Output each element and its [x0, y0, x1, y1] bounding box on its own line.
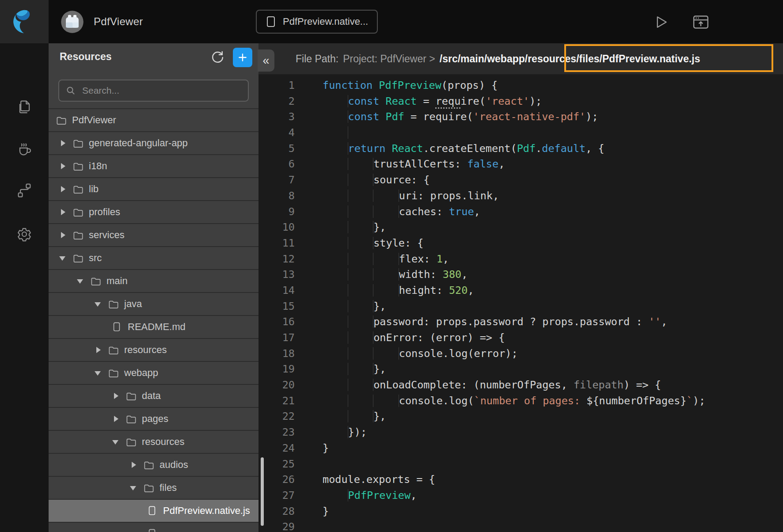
java-services-coffee-icon[interactable] — [15, 140, 33, 157]
run-play-button[interactable] — [650, 11, 672, 33]
code-line[interactable]: 25 — [258, 456, 783, 472]
tree-item-resources[interactable]: resources — [49, 339, 258, 362]
chevron-right-icon[interactable] — [59, 231, 67, 239]
add-resource-button[interactable] — [233, 48, 252, 67]
code-line[interactable]: 16 password: props.password ? props.pass… — [258, 314, 783, 330]
tree-item-resources[interactable]: resources — [49, 431, 258, 454]
code-line[interactable]: 27 PdfPreview, — [258, 488, 783, 504]
tree-item-readme-md[interactable]: README.md — [49, 316, 258, 339]
settings-gear-icon[interactable] — [15, 225, 33, 243]
chevron-right-icon[interactable] — [59, 162, 67, 170]
line-number: 13 — [258, 267, 295, 283]
chevron-right-icon[interactable] — [59, 208, 67, 216]
tree-item-java[interactable]: java — [49, 293, 258, 316]
code-line[interactable]: 5 return React.createElement(Pdf.default… — [258, 141, 783, 157]
chevron-right-icon[interactable] — [112, 392, 120, 400]
code-line[interactable]: 20 onLoadComplete: (numberOfPages, filep… — [258, 377, 783, 393]
chevron-down-icon[interactable] — [112, 438, 120, 446]
code-line[interactable]: 1function PdfPreview(props) { — [258, 78, 783, 94]
indent-guide — [323, 410, 348, 422]
tree-item-lib[interactable]: lib — [49, 178, 258, 201]
code-line[interactable]: 23 }); — [258, 425, 783, 441]
folder-icon — [73, 230, 84, 240]
scrollbar-thumb[interactable] — [261, 457, 264, 526]
code-line[interactable]: 12 flex: 1, — [258, 251, 783, 267]
publish-button[interactable] — [690, 11, 711, 33]
chevron-down-icon[interactable] — [94, 300, 102, 308]
indent-guide — [348, 284, 374, 296]
code-line[interactable]: 24} — [258, 441, 783, 456]
code-line[interactable]: 15 }, — [258, 299, 783, 315]
code-token: '' — [649, 315, 661, 328]
code-line[interactable]: 14 height: 520, — [258, 283, 783, 299]
folder-icon — [108, 299, 119, 309]
code-line[interactable]: 13 width: 380, — [258, 267, 783, 283]
search-box — [58, 80, 249, 102]
code-line[interactable]: 6 trustAllCerts: false, — [258, 156, 783, 172]
line-number: 6 — [258, 156, 295, 172]
resources-panel: Resources PdfViewergenerated-angular-app… — [49, 43, 258, 532]
code-lines[interactable]: 1function PdfPreview(props) {2 const Rea… — [258, 74, 783, 532]
collapse-panel-button[interactable]: « — [258, 49, 274, 72]
code-line[interactable]: 22 }, — [258, 409, 783, 425]
code-line[interactable]: 17 onError: (error) => { — [258, 330, 783, 346]
tree-item-pages[interactable]: pages — [49, 408, 258, 431]
code-editor: File Path: Project: PdfViewer > /src/mai… — [258, 43, 783, 532]
code-token: requ — [436, 95, 461, 107]
tree-item-services[interactable]: services — [49, 224, 258, 247]
indent-guide — [348, 379, 374, 391]
code-line[interactable]: 21 console.log(`number of pages: ${numbe… — [258, 393, 783, 409]
chevron-down-icon[interactable] — [59, 254, 67, 262]
code-token: Pdf — [517, 142, 536, 155]
code-token: , — [498, 158, 505, 170]
chevron-down-icon[interactable] — [129, 484, 137, 492]
pages-icon[interactable] — [15, 99, 33, 116]
apis-flow-icon[interactable] — [15, 182, 33, 199]
code-line[interactable]: 8 uri: props.link, — [258, 188, 783, 204]
tree-item-i18n[interactable]: i18n — [49, 155, 258, 178]
file-icon — [147, 528, 158, 532]
tree-item-pdfviewer[interactable]: PdfViewer — [49, 109, 258, 132]
refresh-button[interactable] — [209, 49, 226, 66]
code-token: } — [323, 505, 329, 517]
code-line[interactable]: 18 console.log(error); — [258, 346, 783, 362]
tree-item-src[interactable]: src — [49, 247, 258, 270]
code-line[interactable]: 9 caches: true, — [258, 204, 783, 220]
tree-item-files[interactable]: files — [49, 477, 258, 500]
code-line[interactable]: 19 }, — [258, 361, 783, 377]
code-line[interactable]: 2 const React = require('react'); — [258, 94, 783, 110]
chevron-right-icon[interactable] — [59, 185, 67, 193]
tree-item-audios[interactable]: audios — [49, 454, 258, 477]
tree-item-main[interactable]: main — [49, 270, 258, 293]
chevron-down-icon[interactable] — [94, 369, 102, 377]
tree-item-generated-angular-app[interactable]: generated-angular-app — [49, 132, 258, 155]
code-line[interactable]: 7 source: { — [258, 172, 783, 188]
wavemaker-logo[interactable] — [0, 0, 49, 43]
code-line[interactable]: 4 — [258, 125, 783, 141]
chevron-down-icon[interactable] — [76, 277, 84, 285]
code-line[interactable]: 10 }, — [258, 220, 783, 236]
code-line[interactable]: 29 — [258, 519, 783, 532]
code-token: height: — [399, 284, 449, 296]
code-token: ); — [529, 95, 542, 107]
tree-item-profiles[interactable]: profiles — [49, 201, 258, 224]
open-file-tab[interactable]: PdfPreview.native... — [256, 10, 378, 34]
code-line[interactable]: 26module.exports = { — [258, 472, 783, 488]
tree-item-label: generated-angular-app — [89, 137, 188, 149]
tree-item-data[interactable]: data — [49, 385, 258, 408]
search-input[interactable] — [81, 85, 242, 96]
indent-guide — [323, 237, 348, 249]
chevron-right-icon[interactable] — [59, 139, 67, 147]
code-line[interactable]: 3 const Pdf = require('react-native-pdf'… — [258, 109, 783, 125]
chevron-right-icon[interactable] — [94, 346, 102, 354]
chevron-right-icon[interactable] — [129, 461, 137, 469]
code-line[interactable]: 11 style: { — [258, 236, 783, 251]
code-line[interactable]: 28} — [258, 504, 783, 520]
tree-item-webapp[interactable]: webapp — [49, 362, 258, 385]
chevron-right-icon[interactable] — [112, 415, 120, 423]
code-token: function — [323, 79, 372, 91]
tree-item-pdfpreview-native-js[interactable]: PdfPreview.native.js — [49, 500, 258, 523]
tree-item-partial[interactable] — [49, 523, 258, 532]
folder-icon — [73, 253, 84, 263]
code-token: }, — [373, 363, 386, 375]
